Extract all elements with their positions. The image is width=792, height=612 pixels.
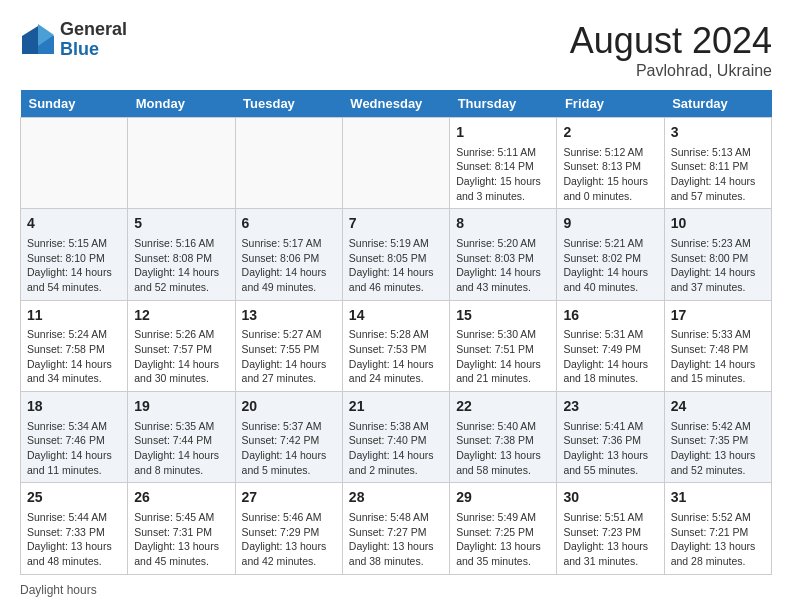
day-info: Sunrise: 5:28 AM Sunset: 7:53 PM Dayligh…: [349, 327, 443, 386]
calendar-day-cell: 28Sunrise: 5:48 AM Sunset: 7:27 PM Dayli…: [342, 483, 449, 574]
calendar-day-cell: 6Sunrise: 5:17 AM Sunset: 8:06 PM Daylig…: [235, 209, 342, 300]
calendar-day-cell: 3Sunrise: 5:13 AM Sunset: 8:11 PM Daylig…: [664, 118, 771, 209]
day-info: Sunrise: 5:12 AM Sunset: 8:13 PM Dayligh…: [563, 145, 657, 204]
day-info: Sunrise: 5:24 AM Sunset: 7:58 PM Dayligh…: [27, 327, 121, 386]
day-info: Sunrise: 5:34 AM Sunset: 7:46 PM Dayligh…: [27, 419, 121, 478]
day-number: 2: [563, 123, 657, 143]
day-number: 14: [349, 306, 443, 326]
day-number: 4: [27, 214, 121, 234]
day-info: Sunrise: 5:49 AM Sunset: 7:25 PM Dayligh…: [456, 510, 550, 569]
calendar-day-cell: 24Sunrise: 5:42 AM Sunset: 7:35 PM Dayli…: [664, 392, 771, 483]
weekday-header: Friday: [557, 90, 664, 118]
page-header: General Blue August 2024 Pavlohrad, Ukra…: [20, 20, 772, 80]
weekday-header: Sunday: [21, 90, 128, 118]
day-info: Sunrise: 5:45 AM Sunset: 7:31 PM Dayligh…: [134, 510, 228, 569]
day-number: 1: [456, 123, 550, 143]
day-info: Sunrise: 5:46 AM Sunset: 7:29 PM Dayligh…: [242, 510, 336, 569]
calendar-day-cell: 23Sunrise: 5:41 AM Sunset: 7:36 PM Dayli…: [557, 392, 664, 483]
day-info: Sunrise: 5:26 AM Sunset: 7:57 PM Dayligh…: [134, 327, 228, 386]
calendar-day-cell: 16Sunrise: 5:31 AM Sunset: 7:49 PM Dayli…: [557, 300, 664, 391]
day-info: Sunrise: 5:31 AM Sunset: 7:49 PM Dayligh…: [563, 327, 657, 386]
calendar-day-cell: 14Sunrise: 5:28 AM Sunset: 7:53 PM Dayli…: [342, 300, 449, 391]
day-info: Sunrise: 5:52 AM Sunset: 7:21 PM Dayligh…: [671, 510, 765, 569]
weekday-header: Wednesday: [342, 90, 449, 118]
daylight-label: Daylight hours: [20, 583, 97, 597]
day-number: 7: [349, 214, 443, 234]
day-number: 16: [563, 306, 657, 326]
calendar-day-cell: 19Sunrise: 5:35 AM Sunset: 7:44 PM Dayli…: [128, 392, 235, 483]
logo-text: General Blue: [60, 20, 127, 60]
calendar-day-cell: 31Sunrise: 5:52 AM Sunset: 7:21 PM Dayli…: [664, 483, 771, 574]
day-number: 11: [27, 306, 121, 326]
calendar-day-cell: 20Sunrise: 5:37 AM Sunset: 7:42 PM Dayli…: [235, 392, 342, 483]
calendar-day-cell: 8Sunrise: 5:20 AM Sunset: 8:03 PM Daylig…: [450, 209, 557, 300]
calendar-table: SundayMondayTuesdayWednesdayThursdayFrid…: [20, 90, 772, 575]
calendar-week-row: 1Sunrise: 5:11 AM Sunset: 8:14 PM Daylig…: [21, 118, 772, 209]
day-number: 19: [134, 397, 228, 417]
calendar-week-row: 18Sunrise: 5:34 AM Sunset: 7:46 PM Dayli…: [21, 392, 772, 483]
day-info: Sunrise: 5:38 AM Sunset: 7:40 PM Dayligh…: [349, 419, 443, 478]
calendar-day-cell: 26Sunrise: 5:45 AM Sunset: 7:31 PM Dayli…: [128, 483, 235, 574]
calendar-day-cell: 27Sunrise: 5:46 AM Sunset: 7:29 PM Dayli…: [235, 483, 342, 574]
day-info: Sunrise: 5:15 AM Sunset: 8:10 PM Dayligh…: [27, 236, 121, 295]
calendar-day-cell: 5Sunrise: 5:16 AM Sunset: 8:08 PM Daylig…: [128, 209, 235, 300]
day-number: 23: [563, 397, 657, 417]
logo-icon: [20, 22, 56, 58]
day-info: Sunrise: 5:20 AM Sunset: 8:03 PM Dayligh…: [456, 236, 550, 295]
day-number: 20: [242, 397, 336, 417]
day-info: Sunrise: 5:27 AM Sunset: 7:55 PM Dayligh…: [242, 327, 336, 386]
calendar-day-cell: 12Sunrise: 5:26 AM Sunset: 7:57 PM Dayli…: [128, 300, 235, 391]
day-info: Sunrise: 5:21 AM Sunset: 8:02 PM Dayligh…: [563, 236, 657, 295]
day-info: Sunrise: 5:42 AM Sunset: 7:35 PM Dayligh…: [671, 419, 765, 478]
day-number: 12: [134, 306, 228, 326]
weekday-header: Saturday: [664, 90, 771, 118]
calendar-week-row: 25Sunrise: 5:44 AM Sunset: 7:33 PM Dayli…: [21, 483, 772, 574]
day-number: 17: [671, 306, 765, 326]
calendar-day-cell: 18Sunrise: 5:34 AM Sunset: 7:46 PM Dayli…: [21, 392, 128, 483]
calendar-day-cell: 30Sunrise: 5:51 AM Sunset: 7:23 PM Dayli…: [557, 483, 664, 574]
calendar-day-cell: 29Sunrise: 5:49 AM Sunset: 7:25 PM Dayli…: [450, 483, 557, 574]
logo-blue-text: Blue: [60, 40, 127, 60]
day-number: 13: [242, 306, 336, 326]
day-info: Sunrise: 5:48 AM Sunset: 7:27 PM Dayligh…: [349, 510, 443, 569]
month-year-title: August 2024: [570, 20, 772, 62]
calendar-day-cell: 22Sunrise: 5:40 AM Sunset: 7:38 PM Dayli…: [450, 392, 557, 483]
day-number: 6: [242, 214, 336, 234]
day-number: 25: [27, 488, 121, 508]
calendar-day-cell: 21Sunrise: 5:38 AM Sunset: 7:40 PM Dayli…: [342, 392, 449, 483]
weekday-header: Monday: [128, 90, 235, 118]
calendar-day-cell: [342, 118, 449, 209]
calendar-day-cell: 2Sunrise: 5:12 AM Sunset: 8:13 PM Daylig…: [557, 118, 664, 209]
day-number: 18: [27, 397, 121, 417]
calendar-week-row: 11Sunrise: 5:24 AM Sunset: 7:58 PM Dayli…: [21, 300, 772, 391]
calendar-day-cell: 13Sunrise: 5:27 AM Sunset: 7:55 PM Dayli…: [235, 300, 342, 391]
calendar-day-cell: 9Sunrise: 5:21 AM Sunset: 8:02 PM Daylig…: [557, 209, 664, 300]
day-number: 21: [349, 397, 443, 417]
day-info: Sunrise: 5:37 AM Sunset: 7:42 PM Dayligh…: [242, 419, 336, 478]
footer: Daylight hours: [20, 583, 772, 597]
weekday-header-row: SundayMondayTuesdayWednesdayThursdayFrid…: [21, 90, 772, 118]
day-number: 28: [349, 488, 443, 508]
day-number: 24: [671, 397, 765, 417]
calendar-day-cell: 1Sunrise: 5:11 AM Sunset: 8:14 PM Daylig…: [450, 118, 557, 209]
day-info: Sunrise: 5:11 AM Sunset: 8:14 PM Dayligh…: [456, 145, 550, 204]
logo: General Blue: [20, 20, 127, 60]
day-info: Sunrise: 5:40 AM Sunset: 7:38 PM Dayligh…: [456, 419, 550, 478]
day-number: 10: [671, 214, 765, 234]
day-number: 9: [563, 214, 657, 234]
day-number: 3: [671, 123, 765, 143]
calendar-day-cell: [21, 118, 128, 209]
calendar-day-cell: 25Sunrise: 5:44 AM Sunset: 7:33 PM Dayli…: [21, 483, 128, 574]
day-info: Sunrise: 5:35 AM Sunset: 7:44 PM Dayligh…: [134, 419, 228, 478]
calendar-day-cell: [128, 118, 235, 209]
weekday-header: Thursday: [450, 90, 557, 118]
calendar-day-cell: 4Sunrise: 5:15 AM Sunset: 8:10 PM Daylig…: [21, 209, 128, 300]
day-number: 26: [134, 488, 228, 508]
day-number: 22: [456, 397, 550, 417]
calendar-day-cell: 17Sunrise: 5:33 AM Sunset: 7:48 PM Dayli…: [664, 300, 771, 391]
day-info: Sunrise: 5:19 AM Sunset: 8:05 PM Dayligh…: [349, 236, 443, 295]
title-block: August 2024 Pavlohrad, Ukraine: [570, 20, 772, 80]
day-number: 15: [456, 306, 550, 326]
weekday-header: Tuesday: [235, 90, 342, 118]
calendar-day-cell: 15Sunrise: 5:30 AM Sunset: 7:51 PM Dayli…: [450, 300, 557, 391]
